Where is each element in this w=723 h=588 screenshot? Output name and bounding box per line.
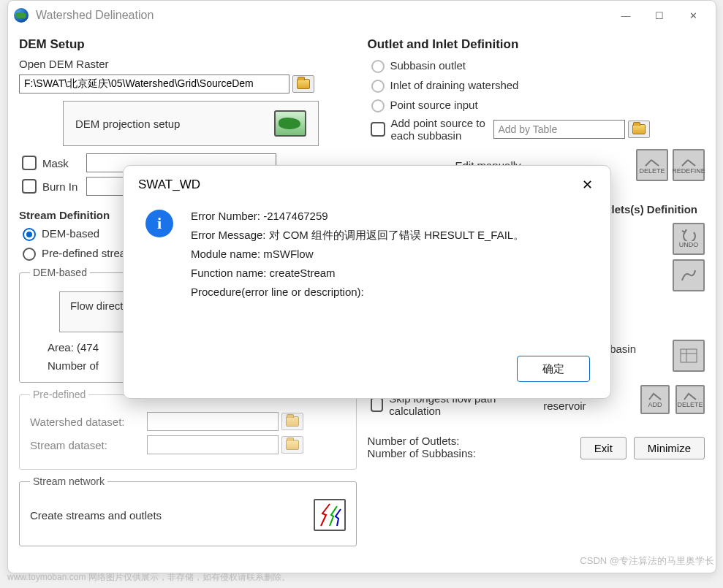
error-dialog: SWAT_WD ✕ i Error Number: -2147467259 Er… [123, 165, 611, 399]
dem-based-label: DEM-based [42, 227, 99, 240]
dialog-titlebar: SWAT_WD ✕ [124, 166, 610, 199]
info-icon: i [145, 210, 173, 237]
folder-icon [286, 440, 299, 450]
maximize-button[interactable]: ☐ [643, 4, 676, 27]
num-outlets-label: Number of Outlets: [368, 435, 573, 447]
burnin-label: Burn In [42, 180, 86, 193]
minimize-button[interactable]: — [609, 4, 643, 27]
mask-checkbox[interactable] [22, 156, 37, 170]
dialog-text: Error Number: -2147467259 Error Message:… [191, 207, 524, 340]
redefine-outlet-button[interactable]: REDEFINE [673, 149, 705, 181]
function-name: Function name: createStream [191, 264, 524, 283]
create-streams-label: Create streams and outlets [30, 509, 162, 522]
delete-outlet-button[interactable]: DELETE [636, 149, 668, 181]
predefined-legend: Pre-defined [30, 389, 88, 400]
window-title: Watershed Delineation [36, 9, 154, 22]
predefined-radio[interactable] [23, 248, 36, 261]
projection-label: DEM projection setup [75, 118, 180, 130]
outlet-def-title: Outlet and Inlet Definition [368, 37, 705, 52]
close-button[interactable]: ✕ [676, 4, 710, 27]
minimize-app-button[interactable]: Minimize [634, 437, 705, 459]
open-dem-label: Open DEM Raster [19, 58, 357, 70]
subbasin-outlet-label: Subbasin outlet [390, 59, 466, 72]
dialog-close-button[interactable]: ✕ [578, 176, 596, 194]
folder-icon [632, 124, 646, 134]
dem-path-input[interactable] [19, 75, 289, 93]
num-subbasins-label: Number of Subbasins: [368, 447, 573, 459]
delete-reservoir-button[interactable]: DELETE [675, 385, 705, 414]
add-point-checkbox[interactable] [371, 122, 385, 137]
create-streams-button[interactable] [314, 499, 346, 531]
inlet-drain-radio[interactable] [371, 80, 385, 93]
stream-ds-input[interactable] [147, 435, 279, 454]
mask-label: Mask [42, 157, 86, 169]
browse-dem-button[interactable] [292, 75, 314, 93]
folder-icon [286, 416, 299, 427]
watershed-ds-label: Watershed dataset: [30, 416, 147, 428]
add-reservoir-button[interactable]: ADD [640, 385, 670, 414]
dem-setup-title: DEM Setup [19, 37, 357, 52]
dem-based-radio[interactable] [23, 228, 36, 241]
projection-button[interactable] [274, 110, 306, 137]
dem-based-legend: DEM-based [30, 267, 90, 278]
globe-icon [14, 8, 29, 23]
svg-rect-0 [681, 349, 697, 362]
stream-ds-label: Stream dataset: [30, 439, 147, 451]
browse-watershed-button[interactable] [281, 413, 303, 430]
delineate-button[interactable] [673, 259, 705, 291]
subbasin-outlet-radio[interactable] [371, 60, 385, 73]
skip-longest-checkbox[interactable] [371, 397, 384, 412]
browse-table-button[interactable] [628, 121, 650, 138]
error-message: Error Message: 对 COM 组件的调用返回了错误 HRESULT … [191, 226, 524, 245]
procedure: Procedure(error line or description): [191, 283, 524, 302]
exit-button[interactable]: Exit [580, 437, 627, 459]
projection-panel: DEM projection setup [63, 101, 319, 146]
stream-network-fieldset: Stream network Create streams and outlet… [19, 476, 357, 546]
module-name: Module name: mSWFlow [191, 245, 524, 264]
folder-icon [297, 79, 310, 89]
predefined-fieldset: Pre-defined Watershed dataset: Stream da… [19, 389, 357, 470]
inlet-drain-label: Inlet of draining watershed [390, 79, 519, 91]
watermark-csdn: CSDN @专注算法的马里奥学长 [580, 554, 714, 568]
calc-params-button[interactable] [673, 340, 705, 372]
watermark-toymoban: www.toymoban.com 网络图片仅供展示，非存储，如有侵权请联系删除。 [7, 571, 290, 584]
dialog-ok-button[interactable]: 确定 [517, 356, 590, 382]
undo-button[interactable]: UNDO [673, 223, 705, 255]
watershed-ds-input[interactable] [147, 412, 279, 431]
dialog-title: SWAT_WD [138, 177, 200, 192]
error-number: Error Number: -2147467259 [191, 207, 524, 226]
burnin-checkbox[interactable] [22, 179, 37, 194]
titlebar: Watershed Delineation — ☐ ✕ [8, 1, 716, 30]
point-source-radio[interactable] [371, 99, 385, 112]
stream-network-legend: Stream network [30, 476, 107, 487]
browse-stream-button[interactable] [281, 436, 303, 454]
point-source-label: Point source input [390, 99, 478, 111]
add-point-label: Add point source to each subbasin [391, 117, 493, 142]
add-by-table-input[interactable] [493, 120, 625, 139]
